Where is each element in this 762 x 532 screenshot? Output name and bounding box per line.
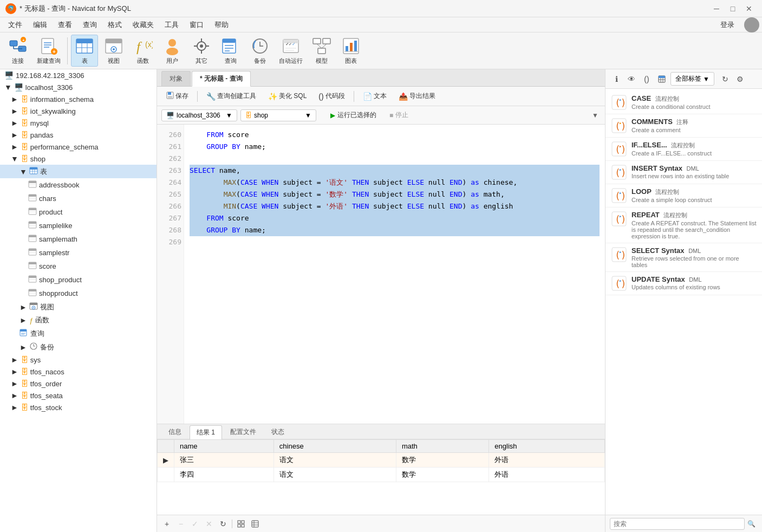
result-refresh-btn[interactable]: ↻	[217, 517, 230, 530]
result-tab-result1[interactable]: 结果 1	[190, 425, 222, 439]
toolbar-model[interactable]: 模型	[308, 35, 335, 66]
stop-button[interactable]: ■ 停止	[385, 109, 413, 121]
sidebar-item-tfos_stock[interactable]: ► 🗄 tfos_stock	[0, 401, 157, 413]
connection-select[interactable]: 🖥️ localhost_3306 ▼	[161, 109, 237, 121]
sidebar-item-shop-table[interactable]: ▼ 表	[0, 165, 157, 178]
sidebar-item-samplestr[interactable]: samplestr	[0, 246, 157, 259]
sidebar-item-shop-view[interactable]: ► 视图	[0, 300, 157, 314]
sidebar-item-mysql[interactable]: ► 🗄 mysql	[0, 117, 157, 129]
toolbar-connect[interactable]: + 连接	[4, 35, 31, 66]
toolbar-table[interactable]: 表	[71, 35, 98, 67]
snippet-if-else[interactable]: () ▸ IF...ELSE... 流程控制 Create a IF...ELS…	[605, 138, 762, 161]
maximize-button[interactable]: □	[725, 2, 740, 15]
rp-config-icon[interactable]: ⚙	[734, 73, 747, 86]
minimize-button[interactable]: ─	[709, 2, 724, 15]
toolbar-other[interactable]: 其它	[188, 35, 215, 66]
toolbar-view[interactable]: 视图	[100, 35, 127, 66]
snippet-case[interactable]: () ▸ CASE 流程控制 Create a conditional cons…	[605, 91, 762, 114]
sidebar-item-iot_skywalking[interactable]: ► 🗄 iot_skywalking	[0, 105, 157, 117]
login-button[interactable]: 登录	[715, 18, 740, 31]
menu-favorites[interactable]: 收藏夹	[127, 18, 159, 31]
menu-format[interactable]: 格式	[102, 18, 127, 31]
sidebar-item-product[interactable]: product	[0, 205, 157, 219]
rp-info-icon[interactable]: ℹ	[610, 73, 623, 86]
table-row[interactable]: 李四 语文 数学 外语	[158, 468, 605, 482]
sidebar-item-performance_schema[interactable]: ► 🗄 performance_schema	[0, 141, 157, 153]
beautify-button[interactable]: ✨ 美化 SQL	[263, 89, 311, 103]
sidebar-item-samplemath[interactable]: samplemath	[0, 232, 157, 246]
rp-paren-icon[interactable]: ()	[640, 73, 653, 86]
sidebar-item-sys[interactable]: ► 🗄 sys	[0, 354, 157, 366]
result-grid-btn[interactable]	[235, 517, 248, 530]
result-x-btn[interactable]: ✕	[203, 517, 216, 530]
menu-window[interactable]: 窗口	[184, 18, 209, 31]
menu-bar: 文件 编辑 查看 查询 格式 收藏夹 工具 窗口 帮助 登录	[0, 17, 762, 33]
snippet-select[interactable]: () ▸ SELECT Syntax DML Retrieve rows sel…	[605, 243, 762, 272]
result-tab-info[interactable]: 信息	[161, 425, 188, 439]
snippet-update[interactable]: () ▸ UPDATE Syntax DML Updates columns o…	[605, 272, 762, 295]
sidebar-item-shopproduct[interactable]: shopproduct	[0, 287, 157, 300]
menu-tools[interactable]: 工具	[159, 18, 184, 31]
other-label: 其它	[196, 57, 207, 65]
sidebar-item-score[interactable]: score	[0, 259, 157, 273]
search-input[interactable]	[610, 518, 745, 530]
expand-button[interactable]: ▼	[590, 110, 601, 121]
sidebar-item-tfos_order[interactable]: ► 🗄 tfos_order	[0, 378, 157, 390]
export-button[interactable]: 📤 导出结果	[394, 89, 440, 103]
result-add-btn[interactable]: +	[160, 517, 173, 530]
result-list-btn[interactable]	[249, 517, 262, 530]
rp-eye-icon[interactable]: 👁	[625, 73, 638, 86]
create-tool-button[interactable]: 🔧 查询创建工具	[201, 89, 261, 103]
run-selected-button[interactable]: ▶ 运行已选择的	[325, 109, 382, 121]
sidebar-item-addressbook[interactable]: addressbook	[0, 178, 157, 192]
sidebar-item-pandas[interactable]: ► 🗄 pandas	[0, 129, 157, 141]
sidebar-item-samplelike[interactable]: samplelike	[0, 219, 157, 232]
sidebar-item-shop[interactable]: ▼ 🗄 shop	[0, 153, 157, 165]
sidebar-item-shop-backup[interactable]: ► 备份	[0, 340, 157, 354]
snippet-repeat[interactable]: () ▸ REPEAT 流程控制 Create A REPEAT constru…	[605, 207, 762, 243]
rp-refresh-icon[interactable]: ↻	[719, 73, 732, 86]
menu-edit[interactable]: 编辑	[28, 18, 53, 31]
snippet-comments[interactable]: () ▸ COMMENTS 注释 Create a comment	[605, 114, 762, 138]
snippet-insert[interactable]: () ▸ INSERT Syntax DML Insert new rows i…	[605, 161, 762, 184]
toolbar-autorun[interactable]: ✓ ✓ ✓ 自动运行	[276, 35, 306, 66]
result-tab-config[interactable]: 配置文件	[223, 425, 263, 439]
text-button[interactable]: 📄 文本	[358, 89, 392, 103]
code-editor[interactable]: FROM score GROUP BY name; SELECT name, M…	[184, 125, 605, 424]
menu-file[interactable]: 文件	[3, 18, 28, 31]
toolbar-function[interactable]: f (x) 函数	[129, 35, 157, 66]
sidebar-item-shop_product[interactable]: shop_product	[0, 273, 157, 287]
toolbar-backup[interactable]: 备份	[246, 35, 273, 66]
autorun-label: 自动运行	[279, 57, 303, 65]
menu-help[interactable]: 帮助	[209, 18, 234, 31]
sidebar-item-tfos_nacos[interactable]: ► 🗄 tfos_nacos	[0, 366, 157, 378]
database-select[interactable]: 🗄 shop ▼	[240, 109, 316, 121]
tab-query[interactable]: * 无标题 - 查询	[192, 71, 251, 87]
result-remove-btn[interactable]: −	[174, 517, 187, 530]
result-tab-status[interactable]: 状态	[264, 425, 291, 439]
sidebar-item-conn2[interactable]: ▼ 🖥️ localhost_3306	[0, 81, 157, 93]
result-check-btn[interactable]: ✓	[188, 517, 201, 530]
sidebar-item-shop-func[interactable]: ► ƒ 函数	[0, 314, 157, 327]
snippet-if-else-icon: () ▸	[611, 141, 627, 157]
rp-table-icon[interactable]	[655, 73, 668, 86]
toolbar-user[interactable]: 用户	[159, 35, 186, 66]
toolbar-chart[interactable]: 图表	[337, 35, 364, 66]
save-button[interactable]: 保存	[161, 89, 193, 103]
sidebar-item-chars[interactable]: chars	[0, 192, 157, 205]
export-icon: 📤	[399, 92, 408, 101]
close-button[interactable]: ✕	[741, 2, 757, 15]
toolbar-new-query[interactable]: + 新建查询	[34, 35, 64, 66]
sidebar-item-shop-query[interactable]: 查询	[0, 327, 157, 340]
rp-category-dropdown[interactable]: 全部标签 ▼	[670, 72, 714, 86]
toolbar-query[interactable]: 查询	[217, 35, 244, 66]
menu-view[interactable]: 查看	[53, 18, 77, 31]
snippet-loop[interactable]: () ▸ LOOP 流程控制 Create a simple loop cons…	[605, 184, 762, 207]
code-seg-button[interactable]: () 代码段	[314, 89, 349, 103]
sidebar-item-conn1[interactable]: 🖥️ 192.168.42.128_3306	[0, 69, 157, 81]
table-row[interactable]: ▶ 张三 语文 数学 外语	[158, 453, 605, 468]
sidebar-item-tfos_seata[interactable]: ► 🗄 tfos_seata	[0, 390, 157, 401]
tab-object[interactable]: 对象	[161, 71, 191, 86]
menu-query[interactable]: 查询	[77, 18, 102, 31]
sidebar-item-information_schema[interactable]: ► 🗄 information_schema	[0, 93, 157, 105]
